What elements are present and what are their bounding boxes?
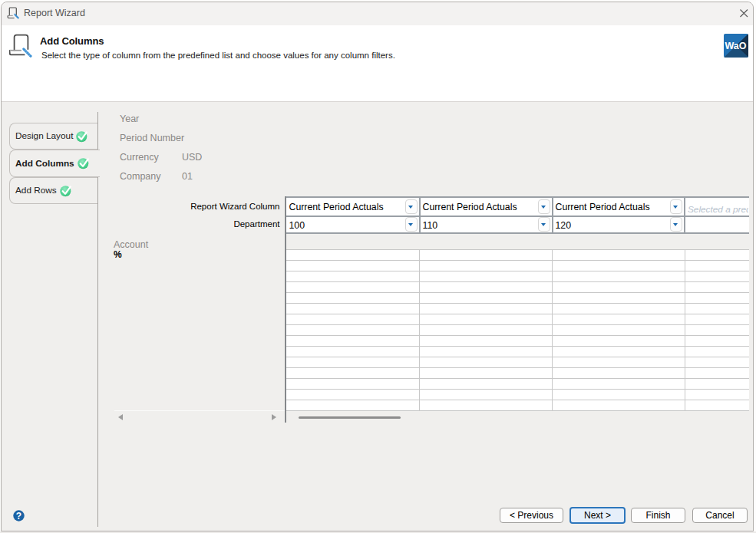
svg-text:?: ?	[16, 510, 21, 521]
svg-text:WaO: WaO	[725, 41, 746, 51]
